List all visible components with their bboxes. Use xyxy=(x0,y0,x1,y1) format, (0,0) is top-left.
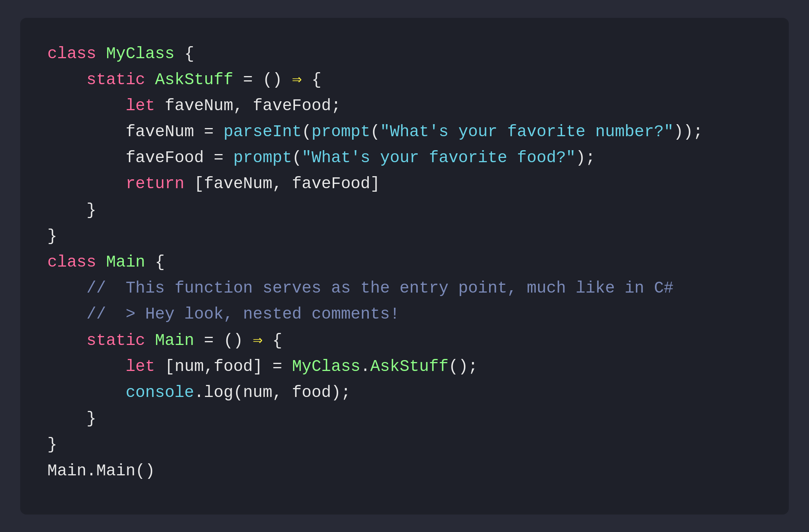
token: Main xyxy=(155,331,194,350)
code-line: static AskStuff = () ⇒ { xyxy=(47,67,762,93)
code-line: // This function serves as the entry poi… xyxy=(47,276,762,302)
token: class xyxy=(47,45,106,63)
token: Main.Main() xyxy=(47,462,155,480)
token: { xyxy=(175,45,194,63)
token: } xyxy=(47,227,57,246)
token: . xyxy=(361,357,370,376)
code-line: static Main = () ⇒ { xyxy=(47,328,762,354)
code-line: } xyxy=(47,432,762,458)
token: } xyxy=(47,435,57,454)
token: } xyxy=(87,409,96,428)
token: { xyxy=(302,71,321,89)
token: (); xyxy=(448,357,478,376)
token: parseInt xyxy=(224,123,302,141)
token: return xyxy=(126,175,194,193)
token: ); xyxy=(576,149,595,167)
token: MyClass xyxy=(106,45,174,63)
token: class xyxy=(47,253,106,272)
token: // > Hey look, nested comments! xyxy=(87,305,400,324)
token: } xyxy=(87,201,96,220)
token: "What's your favorite number?" xyxy=(380,123,674,141)
token: static xyxy=(87,71,155,89)
token: ⇒ xyxy=(292,71,302,89)
code-line: let [num,food] = MyClass.AskStuff(); xyxy=(47,354,762,380)
code-line: faveFood = prompt("What's your favorite … xyxy=(47,145,762,171)
token: ( xyxy=(370,123,380,141)
code-container: class MyClass { static AskStuff = () ⇒ {… xyxy=(20,18,789,515)
token: prompt xyxy=(312,123,370,141)
code-line: console.log(num, food); xyxy=(47,380,762,406)
token: { xyxy=(263,331,282,350)
token: "What's your favorite food?" xyxy=(302,149,576,167)
token: ⇒ xyxy=(253,331,262,350)
token: let xyxy=(126,357,165,376)
token: { xyxy=(145,253,165,272)
code-line: } xyxy=(47,224,762,250)
code-line: faveNum = parseInt(prompt("What's your f… xyxy=(47,119,762,145)
token: console xyxy=(126,383,194,402)
token: [num,food] = xyxy=(165,357,292,376)
token: faveFood = xyxy=(126,149,233,167)
token: ( xyxy=(292,149,302,167)
token: = () xyxy=(194,331,253,350)
token: AskStuff xyxy=(155,71,233,89)
token: Main xyxy=(106,253,145,272)
token: MyClass xyxy=(292,357,360,376)
token: let xyxy=(126,97,165,115)
token: AskStuff xyxy=(370,357,449,376)
token: = () xyxy=(233,71,292,89)
code-line: return [faveNum, faveFood] xyxy=(47,171,762,197)
code-line: let faveNum, faveFood; xyxy=(47,93,762,119)
token: )); xyxy=(674,123,703,141)
token: prompt xyxy=(233,149,292,167)
token: static xyxy=(87,331,155,350)
token: faveNum, faveFood; xyxy=(165,97,341,115)
code-line: } xyxy=(47,406,762,432)
code-line: Main.Main() xyxy=(47,458,762,484)
code-block: class MyClass { static AskStuff = () ⇒ {… xyxy=(47,41,762,484)
code-line: class MyClass { xyxy=(47,41,762,67)
code-line: } xyxy=(47,198,762,224)
code-line: // > Hey look, nested comments! xyxy=(47,302,762,328)
token: // This function serves as the entry poi… xyxy=(87,279,674,298)
code-line: class Main { xyxy=(47,250,762,276)
token: faveNum = xyxy=(126,123,224,141)
token: [faveNum, faveFood] xyxy=(194,175,380,193)
token: ( xyxy=(302,123,311,141)
token: .log(num, food); xyxy=(194,383,351,402)
